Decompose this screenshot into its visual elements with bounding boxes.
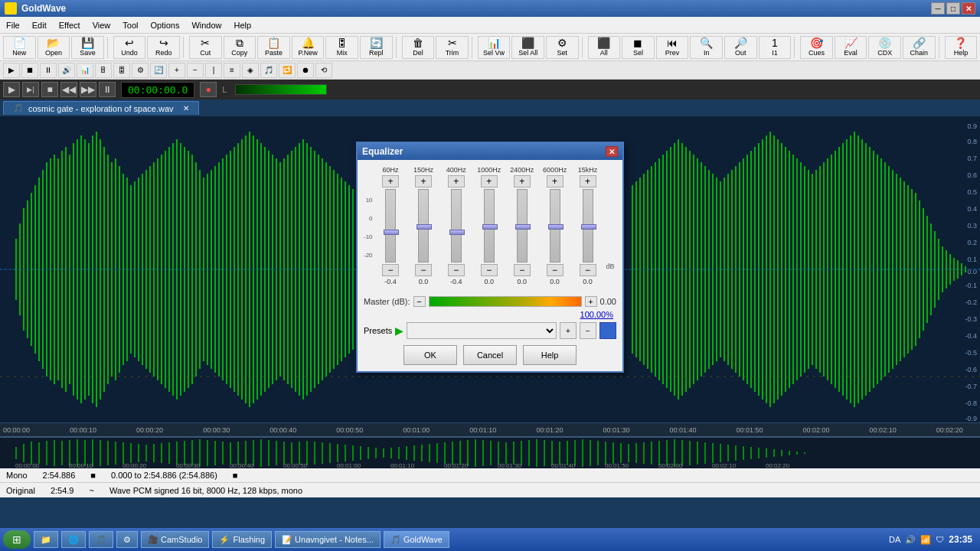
band-60hz-minus[interactable]: − [382,264,399,276]
start-button[interactable]: ⊞ [3,530,31,549]
eq-cancel-button[interactable]: Cancel [463,345,517,365]
fx-btn-11[interactable]: − [187,63,204,78]
taskbar-notes[interactable]: 📝 Unavngivet - Notes... [275,531,381,548]
next-tr-btn[interactable]: ▶▶ [80,82,96,97]
master-percent[interactable]: 100.00% [580,310,613,319]
selvu-button[interactable]: 📊Sel Vw [478,36,511,59]
overview-waveform[interactable]: 00:00:00 00:00:10 00:00:20 00:00:30 00:0… [0,436,980,467]
band-150hz-thumb[interactable] [416,224,432,230]
fx-btn-7[interactable]: 🎛 [113,63,130,78]
presets-play-button[interactable]: ▶ [395,324,403,337]
fx-btn-16[interactable]: 🔁 [279,63,296,78]
play-sel-btn[interactable]: ▶| [22,82,39,97]
pause-btn[interactable]: ⏸ [99,82,116,97]
fx-btn-14[interactable]: ◈ [242,63,259,78]
undo-button[interactable]: ↩Undo [113,36,146,59]
band-1000hz-thumb[interactable] [482,224,498,230]
band-2400hz-track[interactable] [517,189,528,262]
fx-btn-12[interactable]: | [205,63,222,78]
preset-blue-button[interactable] [599,322,616,339]
fx-btn-18[interactable]: ⟲ [315,63,332,78]
fx-btn-10[interactable]: + [168,63,185,78]
band-2400hz-minus[interactable]: − [514,264,531,276]
fx-btn-4[interactable]: 🔊 [58,63,75,78]
band-1000hz-minus[interactable]: − [481,264,498,276]
set-button[interactable]: ⚙Set [546,36,579,59]
band-60hz-track[interactable] [385,189,396,262]
taskbar-icon-settings[interactable]: ⚙ [116,531,138,548]
band-150hz-plus[interactable]: + [415,175,432,187]
chain-button[interactable]: 🔗Chain [903,36,936,59]
band-6000hz-thumb[interactable] [548,224,564,230]
prev-tr-btn[interactable]: ◀◀ [60,82,77,97]
del-button[interactable]: 🗑Del [402,36,435,59]
master-plus-button[interactable]: + [585,296,597,307]
i1-button[interactable]: 1I1 [759,36,792,59]
presets-select[interactable] [407,322,557,339]
taskbar-icon-folder[interactable]: 📁 [34,531,58,548]
band-60hz-plus[interactable]: + [382,175,399,187]
mix-button[interactable]: 🎛Mix [325,36,358,59]
file-tab[interactable]: 🎵 cosmic gate - exploration of space.wav… [3,101,199,115]
save-button[interactable]: 💾Save [71,36,104,59]
band-6000hz-plus[interactable]: + [547,175,564,187]
play-btn[interactable]: ▶ [3,82,20,97]
prev-button[interactable]: ⏮Prev [656,36,689,59]
maximize-button[interactable]: □ [946,2,960,15]
fx-btn-8[interactable]: ⚙ [132,63,149,78]
preset-add-button[interactable]: + [560,322,577,339]
band-150hz-track[interactable] [418,189,429,262]
menu-tool[interactable]: Tool [116,19,144,31]
band-6000hz-minus[interactable]: − [547,264,564,276]
band-1000hz-plus[interactable]: + [481,175,498,187]
file-tab-close[interactable]: ✕ [183,104,189,112]
record-btn[interactable]: ● [200,82,217,97]
menu-view[interactable]: View [87,19,117,31]
trim-button[interactable]: ✂Trim [436,36,469,59]
menu-window[interactable]: Window [185,19,227,31]
pnew-button[interactable]: 🔔P.New [292,36,325,59]
in-button[interactable]: 🔍In [690,36,723,59]
eq-ok-button[interactable]: OK [403,345,457,365]
master-minus-button[interactable]: − [413,296,426,307]
band-15khz-plus[interactable]: + [580,175,596,187]
menu-help[interactable]: Help [228,19,258,31]
cdx-button[interactable]: 💿CDX [868,36,901,59]
redo-button[interactable]: ↪Redo [147,36,180,59]
band-400hz-plus[interactable]: + [448,175,465,187]
band-2400hz-thumb[interactable] [515,224,531,230]
close-button[interactable]: ✕ [962,2,975,15]
out-button[interactable]: 🔎Out [724,36,757,59]
tray-security[interactable]: 🛡 [936,535,944,544]
copy-button[interactable]: ⧉Copy [224,36,256,59]
band-400hz-track[interactable] [451,189,462,262]
fx-btn-13[interactable]: ≡ [224,63,240,78]
fx-btn-3[interactable]: ⏸ [40,63,57,78]
menu-file[interactable]: File [0,19,26,31]
taskbar-icon-media[interactable]: 🎵 [89,531,113,548]
repl-button[interactable]: 🔄Repl [360,36,393,59]
band-2400hz-plus[interactable]: + [514,175,531,187]
taskbar-flashing[interactable]: ⚡ Flashing [212,531,272,548]
menu-effect[interactable]: Effect [53,19,87,31]
taskbar-camstudio[interactable]: 🎥 CamStudio [141,531,209,548]
band-400hz-thumb[interactable] [449,230,465,235]
eq-close-button[interactable]: ✕ [606,146,618,157]
master-level-bar[interactable] [429,296,582,307]
menu-edit[interactable]: Edit [26,19,53,31]
taskbar-icon-ie[interactable]: 🌐 [61,531,86,548]
fx-btn-2[interactable]: ⏹ [21,63,38,78]
cut-button[interactable]: ✂Cut [189,36,222,59]
eval-button[interactable]: 📈Eval [835,36,867,59]
band-15khz-minus[interactable]: − [580,264,596,276]
sel-button[interactable]: ◼Sel [622,36,655,59]
band-15khz-track[interactable] [583,189,593,262]
minimize-button[interactable]: ─ [931,2,945,15]
band-6000hz-track[interactable] [550,189,560,262]
new-button[interactable]: 📄New [3,36,36,59]
eq-help-button[interactable]: Help [523,345,577,365]
fx-btn-6[interactable]: 🎚 [95,63,112,78]
stop-btn[interactable]: ■ [41,82,58,97]
timeline[interactable]: 00:00:00 00:00:10 00:00:20 00:00:30 00:0… [0,422,980,436]
band-400hz-minus[interactable]: − [448,264,465,276]
